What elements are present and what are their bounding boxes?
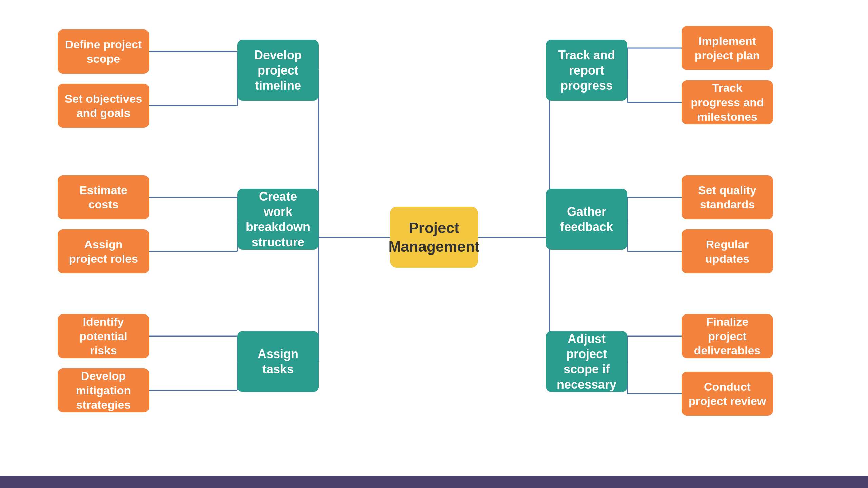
center-node: Project Management	[390, 207, 478, 268]
main-content: .conn { stroke: #4a6fa5; stroke-width: 3…	[0, 0, 868, 476]
node-track-progress-milestones: Track progress and milestones	[682, 80, 773, 124]
node-assign-project-roles: Assign project roles	[58, 229, 149, 273]
node-finalize-deliverables: Finalize project deliverables	[682, 314, 773, 358]
node-set-quality-standards: Set quality standards	[682, 175, 773, 219]
node-estimate-costs: Estimate costs	[58, 175, 149, 219]
node-develop-timeline: Develop project timeline	[237, 40, 319, 101]
node-track-report-progress: Track and report progress	[546, 40, 627, 101]
node-assign-tasks: Assign tasks	[237, 331, 319, 392]
node-conduct-project-review: Conduct project review	[682, 372, 773, 416]
node-create-wbs: Create work breakdown structure	[237, 189, 319, 250]
footer-bar	[0, 476, 868, 488]
mindmap: .conn { stroke: #4a6fa5; stroke-width: 3…	[27, 9, 841, 467]
node-implement-project-plan: Implement project plan	[682, 26, 773, 70]
node-gather-feedback: Gather feedback	[546, 189, 627, 250]
node-identify-risks: Identify potential risks	[58, 314, 149, 358]
node-define-scope: Define project scope	[58, 29, 149, 74]
node-regular-updates: Regular updates	[682, 229, 773, 273]
node-adjust-project-scope: Adjust project scope if necessary	[546, 331, 627, 392]
node-set-objectives: Set objectives and goals	[58, 84, 149, 128]
node-develop-mitigation: Develop mitigation strategies	[58, 368, 149, 412]
